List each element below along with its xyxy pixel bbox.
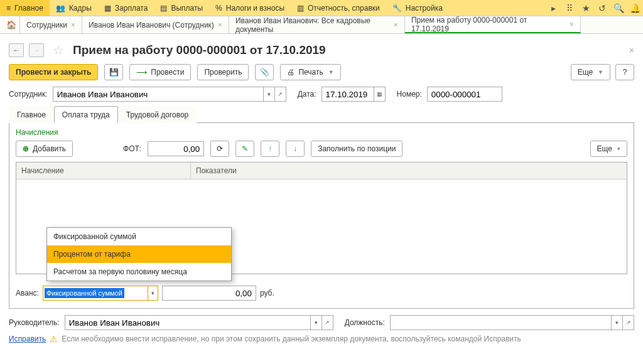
attach-button[interactable]: 📎 <box>255 64 274 80</box>
tab-row: 🏠 Сотрудники× Иванов Иван Иванович (Сотр… <box>0 16 643 34</box>
tab-main[interactable]: Главное <box>9 106 54 123</box>
tab-employees[interactable]: Сотрудники× <box>20 16 82 33</box>
close-icon[interactable]: × <box>570 20 574 29</box>
avans-dropdown-button[interactable]: ▾ <box>148 286 158 301</box>
number-field[interactable] <box>427 87 502 102</box>
employee-field[interactable] <box>53 87 264 102</box>
edit-button[interactable]: ✎ <box>235 141 254 157</box>
close-icon[interactable]: × <box>394 21 398 29</box>
star-icon[interactable]: ★ <box>578 0 594 16</box>
menu-label: Кадры <box>69 4 92 13</box>
menu-taxes[interactable]: %Налоги и взносы <box>209 0 291 16</box>
more-button[interactable]: Еще▼ <box>571 64 610 80</box>
select-button[interactable]: ▾ <box>264 87 275 102</box>
avans-type-field[interactable]: Фиксированной суммой <box>43 286 148 301</box>
table-more-button[interactable]: Еще▾ <box>590 141 627 157</box>
warning-text: Если необходимо внести исправление, но п… <box>62 335 521 343</box>
post-and-close-button[interactable]: Провести и закрыть <box>9 64 98 80</box>
menu-hr[interactable]: 👥Кадры <box>50 0 98 16</box>
manager-label: Руководитель: <box>9 318 60 327</box>
menu-label: Главное <box>14 4 43 13</box>
dd-fixed-sum[interactable]: Фиксированной суммой <box>47 228 231 245</box>
refresh-button[interactable]: ⟳ <box>210 141 229 157</box>
open-button[interactable]: ↗ <box>275 87 286 102</box>
search-icon[interactable]: 🔍 <box>610 0 627 16</box>
bell-icon[interactable]: 🔔 <box>627 0 643 16</box>
arrow-up-icon: ↑ <box>268 144 272 153</box>
select-button[interactable]: ▾ <box>311 315 322 330</box>
close-icon[interactable]: × <box>218 21 222 29</box>
toolbar: Провести и закрыть 💾 ⟶Провести Проверить… <box>9 64 634 80</box>
fot-field[interactable] <box>148 141 204 156</box>
btn-label: Провести и закрыть <box>16 68 91 77</box>
check-icon: ⟶ <box>136 68 147 77</box>
apps-icon[interactable]: ⠿ <box>561 0 578 16</box>
tab-payment[interactable]: Оплата труда <box>54 106 118 123</box>
move-down-button[interactable]: ↓ <box>286 141 305 157</box>
pencil-icon: ✎ <box>242 144 248 153</box>
percent-icon: % <box>215 4 222 13</box>
open-button[interactable]: ↗ <box>322 315 333 330</box>
history-icon[interactable]: ↺ <box>594 0 610 16</box>
close-page-button[interactable]: × <box>629 45 634 55</box>
floppy-icon: 💾 <box>109 68 119 77</box>
plus-icon: ⊕ <box>23 144 29 153</box>
check-button[interactable]: Проверить <box>197 64 249 80</box>
btn-label: Провести <box>151 68 184 77</box>
avans-unit: руб. <box>260 289 274 297</box>
avans-dropdown: Фиксированной суммой Процентом от тарифа… <box>46 227 232 281</box>
btn-label: Добавить <box>33 144 66 153</box>
position-field[interactable] <box>390 315 612 330</box>
arrow-right-icon[interactable]: ▸ <box>545 0 561 16</box>
fill-by-position-button[interactable]: Заполнить по позиции <box>311 141 403 157</box>
chevron-down-icon: ▼ <box>328 69 334 75</box>
help-button[interactable]: ? <box>615 64 634 80</box>
warning-row: Исправить ⚠ Если необходимо внести испра… <box>9 334 634 344</box>
col-indicators[interactable]: Показатели <box>191 163 627 179</box>
fot-label: ФОТ: <box>123 144 141 153</box>
menu-reports[interactable]: ▥Отчетность, справки <box>291 0 386 16</box>
employee-label: Сотрудник: <box>9 90 48 99</box>
nav-back-button[interactable]: ← <box>9 43 24 57</box>
grid-body[interactable]: Фиксированной суммой Процентом от тарифа… <box>16 179 627 274</box>
title-row: ← → ☆ Прием на работу 0000-000001 от 17.… <box>9 43 634 58</box>
save-button[interactable]: 💾 <box>104 64 123 80</box>
tab-hiring[interactable]: Прием на работу 0000-000001 от 17.10.201… <box>405 16 581 33</box>
home-tab[interactable]: 🏠 <box>3 16 20 33</box>
dd-half-month-calc[interactable]: Расчетом за первую половину месяца <box>47 263 231 281</box>
tab-all-docs[interactable]: Иванов Иван Иванович: Все кадровые докум… <box>229 16 405 33</box>
inner-tabs: Главное Оплата труда Трудовой договор <box>9 105 634 123</box>
col-accrual[interactable]: Начисление <box>16 163 191 179</box>
select-button[interactable]: ▾ <box>612 315 623 330</box>
printer-icon: 🖨 <box>287 68 294 77</box>
number-label: Номер: <box>397 90 422 99</box>
menu-settings[interactable]: 🔧Настройка <box>386 0 449 16</box>
post-button[interactable]: ⟶Провести <box>129 64 191 80</box>
close-icon[interactable]: × <box>71 21 75 29</box>
btn-label: Печать <box>298 68 323 77</box>
page-title: Прием на работу 0000-000001 от 17.10.201… <box>73 43 326 57</box>
dd-percent-rate[interactable]: Процентом от тарифа <box>47 245 231 263</box>
btn-label: Заполнить по позиции <box>318 144 396 153</box>
fix-link[interactable]: Исправить <box>9 335 46 343</box>
move-up-button[interactable]: ↑ <box>261 141 279 157</box>
calendar-button[interactable]: ▦ <box>374 87 386 102</box>
menu-payouts[interactable]: ▤Выплаты <box>154 0 209 16</box>
btn-label: Проверить <box>204 68 242 77</box>
open-button[interactable]: ↗ <box>623 315 634 330</box>
tab-employee-card[interactable]: Иванов Иван Иванович (Сотрудник)× <box>82 16 229 33</box>
tab-contract[interactable]: Трудовой договор <box>118 106 197 123</box>
favorite-icon[interactable]: ☆ <box>53 43 64 58</box>
date-field[interactable] <box>322 87 374 102</box>
nav-forward-button[interactable]: → <box>29 43 44 57</box>
add-button[interactable]: ⊕Добавить <box>16 141 73 157</box>
date-label: Дата: <box>298 90 316 99</box>
chevron-down-icon: ▾ <box>617 146 620 152</box>
menu-salary[interactable]: ▦Зарплата <box>98 0 154 16</box>
avans-amount-field[interactable] <box>162 286 256 301</box>
print-button[interactable]: 🖨Печать▼ <box>280 64 340 80</box>
people-icon: 👥 <box>56 4 65 13</box>
menu-label: Отчетность, справки <box>308 4 380 13</box>
menu-main[interactable]: ≡Главное <box>0 0 50 16</box>
manager-field[interactable] <box>65 315 311 330</box>
